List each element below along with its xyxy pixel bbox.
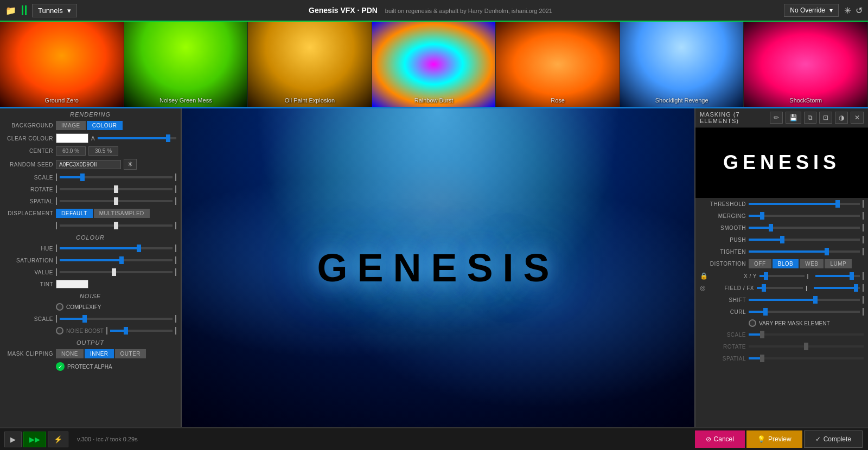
none-btn[interactable]: NONE [56,349,84,358]
thumbnail-item-2[interactable]: Oil Paint Explosion [248,22,372,107]
push-row: PUSH [695,234,868,246]
curl-slider[interactable] [749,311,860,313]
complexify-checkbox[interactable] [56,303,63,311]
thumbnail-item-4[interactable]: Rose [496,22,620,107]
lock-icon[interactable]: 🔒 [700,272,708,280]
vary-checkbox[interactable] [749,319,756,327]
cancel-button[interactable]: ⊘ Cancel [695,430,745,448]
thumbnail-item-6[interactable]: ShockStorm [744,22,868,107]
merging-end [863,212,864,220]
field-slider2-container [814,284,860,292]
mask-crop-btn[interactable]: ⊡ [819,112,832,124]
complete-label: Complete [824,435,851,443]
spatial-slider[interactable] [60,200,173,202]
center-x-value[interactable]: 60.0 % [56,146,86,156]
mask-scale-slider[interactable] [749,333,864,336]
mask-rotate-slider-container [749,343,864,350]
rotate-right-end [175,185,176,193]
image-btn[interactable]: IMAGE [56,121,86,130]
noise-boost-label: NOISE BOOST [66,328,104,334]
threshold-slider[interactable] [749,203,860,205]
mask-rotate-label: ROTATE [700,344,746,350]
mask-pencil-btn[interactable]: ✏ [770,112,783,124]
thumbnail-item-1[interactable]: Noisey Green Mess [124,22,248,107]
push-slider[interactable] [749,239,860,241]
displacement-row: DISPLACEMENT DEFAULT MULTISAMPLED [0,207,181,220]
shift-end [863,296,864,304]
lightning-btn[interactable]: ⚡ [48,432,68,447]
clear-colour-swatch[interactable] [56,133,88,143]
shift-slider[interactable] [749,299,860,301]
thumbnail-bg-5 [620,22,744,107]
mask-spatial-slider[interactable] [749,357,864,359]
mask-clipping-label: MASK CLIPPING [4,351,53,357]
rotate-slider-container [60,185,173,193]
dist-off-btn[interactable]: OFF [749,259,771,268]
value-slider[interactable] [60,271,173,273]
mask-contrast-btn[interactable]: ◑ [835,112,848,124]
thumbnail-item-0[interactable]: Ground Zero [0,22,124,107]
star-icon[interactable]: ✳ [844,5,851,16]
thumbnail-item-3[interactable]: Rainbow Burst [372,22,496,107]
smooth-slider[interactable] [749,227,860,229]
smooth-row: SMOOTH [695,222,868,234]
nscale-right-end [175,315,176,323]
rotate-slider[interactable] [60,188,173,190]
thumbnail-label-6: ShockStorm [789,97,822,104]
random-seed-input[interactable] [56,160,121,169]
noise-boost-slider-container [110,327,173,335]
center-y-value[interactable]: 30.5 % [88,146,118,156]
val-right-end [175,268,176,276]
noise-boost-checkbox[interactable] [56,327,63,335]
thumbnail-bg-1 [124,22,248,107]
tighten-slider[interactable] [749,250,860,253]
app-subtitle: built on regenesis & asphalt by Harry De… [385,8,552,14]
displacement-slider[interactable] [60,224,173,227]
noise-scale-slider[interactable] [60,318,173,320]
spatial-left-end [56,197,57,205]
alpha-slider[interactable] [98,137,176,139]
field-slider2[interactable] [814,287,860,289]
spatial-slider-container [60,197,173,205]
dist-web-btn[interactable]: WEB [800,259,824,268]
shift-slider-container [749,296,860,304]
multisampled-btn[interactable]: MULTISAMPLED [94,209,150,218]
mask-rotate-slider[interactable] [749,345,864,348]
dist-lump-btn[interactable]: LUMP [825,259,852,268]
prev-btn[interactable]: ▶ [4,432,22,447]
colour-btn[interactable]: COLOUR [87,121,123,130]
protect-check-icon: ✓ [56,362,65,371]
merging-slider[interactable] [749,215,860,217]
spatial-row: SPATIAL [0,195,181,207]
thumbnail-item-5[interactable]: Shocklight Revenge [620,22,744,107]
displacement-slider-container [60,222,173,229]
clear-colour-row: CLEAR COLOUR A [0,132,181,145]
scale-slider[interactable] [60,176,173,178]
default-btn[interactable]: DEFAULT [56,209,93,218]
outer-btn[interactable]: OUTER [115,349,146,358]
folder-icon[interactable]: 📁 [5,5,16,16]
preview-button[interactable]: 💡 Preview [746,430,802,448]
mask-copy-btn[interactable]: ⧉ [804,112,816,124]
dist-blob-btn[interactable]: BLOB [773,259,799,268]
sat-left-end [56,256,57,264]
mask-save-btn[interactable]: 💾 [786,112,801,124]
complete-button[interactable]: ✓ Complete [804,430,863,448]
randomize-btn[interactable]: ✳ [124,159,137,170]
xy-slider2[interactable] [815,275,860,277]
val-left-end [56,268,57,276]
noise-boost-slider[interactable] [110,330,173,332]
mask-close-btn[interactable]: ✕ [851,112,864,124]
override-dropdown[interactable]: No Override ▾ [784,4,839,17]
thumbnail-strip: Ground ZeroNoisey Green MessOil Paint Ex… [0,22,868,108]
tint-swatch[interactable] [56,280,88,288]
inner-btn[interactable]: INNER [85,349,114,358]
circle-icon[interactable]: ◎ [700,284,705,292]
field-slider[interactable] [757,287,803,289]
hue-slider[interactable] [60,247,173,249]
fast-forward-btn[interactable]: ▶▶ [23,432,46,447]
saturation-slider[interactable] [60,259,173,261]
xy-slider[interactable] [760,275,805,277]
preset-dropdown[interactable]: Tunnels ▾ [32,4,77,17]
reset-icon[interactable]: ↺ [856,5,863,16]
